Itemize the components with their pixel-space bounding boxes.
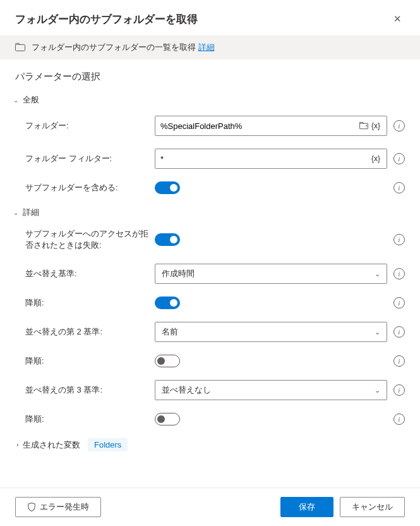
folder-icon [15, 43, 25, 52]
info-icon[interactable]: i [393, 297, 405, 309]
sort2-value: 名前 [162, 326, 178, 338]
sort2-select[interactable]: 名前 ⌄ [155, 322, 387, 342]
chevron-down-icon: ⌄ [13, 209, 19, 216]
sort3-value: 並べ替えなし [162, 384, 211, 396]
info-icon[interactable]: i [393, 153, 405, 164]
sort3-select[interactable]: 並べ替えなし ⌄ [155, 380, 387, 400]
filter-label: フォルダー フィルター: [25, 153, 155, 164]
info-icon[interactable]: i [393, 384, 405, 396]
svg-rect-0 [16, 45, 25, 51]
save-button[interactable]: 保存 [280, 497, 333, 517]
desc3-toggle[interactable] [155, 413, 180, 425]
chevron-down-icon: ⌄ [375, 386, 380, 394]
desc2-label: 降順: [25, 355, 155, 367]
info-icon[interactable]: i [393, 234, 405, 245]
sort1-select[interactable]: 作成時間 ⌄ [155, 264, 387, 284]
close-icon: ✕ [393, 13, 402, 25]
info-icon[interactable]: i [393, 268, 405, 279]
desc1-toggle[interactable] [155, 297, 180, 309]
group-generated-vars-header[interactable]: ⌄ 生成された変数 Folders [13, 438, 405, 451]
info-icon[interactable]: i [393, 413, 405, 425]
info-icon[interactable]: i [393, 355, 405, 367]
cancel-button[interactable]: キャンセル [340, 497, 405, 517]
include-subfolders-label: サブフォルダーを含める: [25, 182, 155, 193]
sort1-label: 並べ替え基準: [25, 268, 155, 279]
close-button[interactable]: ✕ [390, 11, 405, 27]
variable-picker-icon[interactable]: {x} [370, 121, 381, 130]
sort1-value: 作成時間 [162, 268, 195, 279]
browse-folder-icon[interactable] [357, 119, 370, 132]
group-advanced-header[interactable]: ⌄ 詳細 [13, 207, 405, 218]
group-general-header[interactable]: ⌄ 全般 [13, 94, 405, 106]
info-banner: フォルダー内のサブフォルダーの一覧を取得 詳細 [0, 35, 420, 59]
chevron-right-icon: ⌄ [13, 442, 19, 448]
group-advanced-label: 詳細 [23, 207, 39, 218]
fail-on-deny-label: サブフォルダーへのアクセスが拒否されたときは失敗: [25, 228, 155, 251]
info-icon[interactable]: i [393, 326, 405, 338]
dialog-title: フォルダー内のサブフォルダーを取得 [15, 12, 198, 27]
folder-input[interactable] [160, 121, 357, 131]
desc2-toggle[interactable] [155, 355, 180, 367]
section-parameters: パラメーターの選択 [15, 71, 405, 83]
on-error-label: エラー発生時 [40, 501, 89, 513]
info-icon[interactable]: i [393, 120, 405, 132]
folder-input-wrapper: {x} [155, 116, 387, 136]
variable-badge-folders[interactable]: Folders [88, 438, 128, 451]
fail-on-deny-toggle[interactable] [155, 233, 180, 246]
desc3-label: 降順: [25, 413, 155, 425]
chevron-down-icon: ⌄ [13, 97, 19, 103]
variable-picker-icon[interactable]: {x} [370, 154, 381, 163]
details-link[interactable]: 詳細 [198, 42, 215, 52]
filter-input[interactable] [160, 154, 370, 164]
banner-text: フォルダー内のサブフォルダーの一覧を取得 詳細 [32, 42, 215, 53]
chevron-down-icon: ⌄ [375, 328, 380, 336]
group-general-label: 全般 [23, 94, 39, 106]
generated-vars-label: 生成された変数 [23, 439, 80, 451]
desc1-label: 降順: [25, 297, 155, 309]
include-subfolders-toggle[interactable] [155, 181, 180, 194]
on-error-button[interactable]: エラー発生時 [15, 497, 101, 517]
sort2-label: 並べ替えの第 2 基準: [25, 326, 155, 338]
folder-label: フォルダー: [25, 120, 155, 132]
sort3-label: 並べ替えの第 3 基準: [25, 384, 155, 396]
info-icon[interactable]: i [393, 182, 405, 193]
chevron-down-icon: ⌄ [375, 270, 380, 278]
shield-icon [27, 503, 36, 511]
filter-input-wrapper: {x} [155, 149, 387, 169]
